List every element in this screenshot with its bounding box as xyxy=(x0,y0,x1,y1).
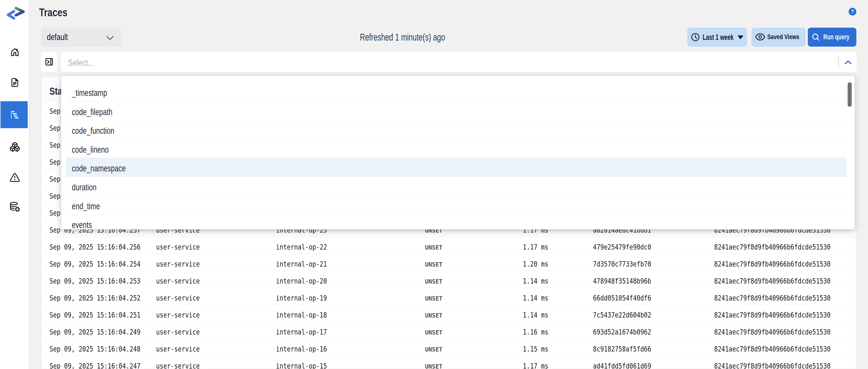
cell-duration: 1.16 ms xyxy=(523,329,548,336)
dropdown-option[interactable]: code_lineno xyxy=(66,139,847,158)
cell-operation: internal-op-16 xyxy=(276,345,327,353)
cell-trace-id: 8241aec79f8d9fb40966b6fdcde51530 xyxy=(714,329,831,336)
stream-select-value: default xyxy=(47,33,68,41)
cell-status: UNSET xyxy=(425,312,442,318)
cell-status: UNSET xyxy=(425,363,442,369)
cell-service: user-service xyxy=(156,345,200,353)
dropdown-option-label: code_filepath xyxy=(72,107,113,116)
cell-service: user-service xyxy=(156,329,200,336)
sidebar-item-logs[interactable] xyxy=(0,75,29,90)
sidebar-item-services[interactable] xyxy=(0,139,29,155)
table-row[interactable]: Sep 09, 2025 15:16:04.252 user-service i… xyxy=(41,288,856,305)
cell-timestamp: Sep 09, 2025 15:16:04.248 xyxy=(50,345,141,353)
cell-span-id: 478948f35148b96b xyxy=(593,277,651,285)
field-dropdown: _timestamp code_filepath code_function c… xyxy=(61,76,855,229)
cell-operation: internal-op-18 xyxy=(276,311,327,319)
table-row[interactable]: Sep 09, 2025 15:16:04.254 user-service i… xyxy=(41,254,856,271)
help-button[interactable]: ? xyxy=(848,8,856,16)
home-icon xyxy=(9,47,20,58)
cell-operation: internal-op-22 xyxy=(276,244,327,251)
cell-operation: internal-op-19 xyxy=(276,295,327,302)
cell-timestamp: Sep 09, 2025 15:16:04.253 xyxy=(50,277,141,285)
cell-trace-id: 8241aec79f8d9fb40966b6fdcde51530 xyxy=(714,295,831,302)
cell-span-id: 7c5437e22d604b02 xyxy=(593,311,651,319)
dropdown-option[interactable]: end_time xyxy=(66,196,847,215)
saved-views-button[interactable]: Saved Views xyxy=(751,28,806,47)
chevron-up-icon[interactable] xyxy=(844,59,852,66)
table-row[interactable]: Sep 09, 2025 15:16:04.249 user-service i… xyxy=(41,322,856,339)
query-select-placeholder: Select... xyxy=(68,59,94,67)
boxes-icon xyxy=(9,142,20,152)
table-row[interactable]: Sep 09, 2025 15:16:04.251 user-service i… xyxy=(41,305,856,322)
cell-timestamp: Sep 09, 2025 15:16:04.252 xyxy=(50,295,141,302)
field-dropdown-list: _timestamp code_filepath code_function c… xyxy=(61,83,855,229)
dropdown-option[interactable]: _timestamp xyxy=(66,83,847,101)
caret-down-icon xyxy=(737,35,744,41)
cell-operation: internal-op-21 xyxy=(276,260,327,268)
cell-span-id: 7d3570c7733efb70 xyxy=(593,260,651,268)
cell-status: UNSET xyxy=(425,296,442,302)
cell-span-id: ad41fdd5fd061d69 xyxy=(593,363,651,369)
run-query-label: Run query xyxy=(823,33,849,40)
cell-status: UNSET xyxy=(425,278,442,284)
run-query-button[interactable]: Run query xyxy=(808,28,856,47)
table-row[interactable]: Sep 09, 2025 15:16:04.253 user-service i… xyxy=(41,271,856,288)
cell-span-id: 8c9182758af5fd66 xyxy=(593,345,651,353)
dropdown-option[interactable]: duration xyxy=(66,177,847,196)
cell-service: user-service xyxy=(156,277,200,285)
cell-duration: 1.17 ms xyxy=(523,244,548,251)
sidebar-item-alerts[interactable] xyxy=(0,170,29,185)
cell-span-id: 479e25479fe90dc0 xyxy=(593,244,651,251)
dropdown-option[interactable]: code_namespace xyxy=(66,158,847,177)
page-title: Traces xyxy=(39,7,67,18)
dropdown-option[interactable]: code_filepath xyxy=(66,101,847,120)
cell-status: UNSET xyxy=(425,244,442,250)
cell-duration: 1.14 ms xyxy=(523,311,548,319)
dropdown-option-label: events xyxy=(72,220,92,229)
cell-duration: 1.14 ms xyxy=(523,295,548,302)
dropdown-option-label: code_lineno xyxy=(72,145,109,154)
time-range-label: Last 1 week xyxy=(703,33,734,41)
dropdown-option-label: code_namespace xyxy=(72,164,126,173)
traces-page: Traces ? default Refreshed 1 minute(s) a… xyxy=(0,0,868,369)
dropdown-option[interactable]: code_function xyxy=(66,120,847,139)
cell-timestamp: Sep 09, 2025 15:16:04.249 xyxy=(50,329,141,336)
app-logo[interactable] xyxy=(5,5,26,21)
cell-service: user-service xyxy=(156,295,200,302)
dropdown-scrollbar-thumb[interactable] xyxy=(847,82,852,107)
dropdown-option[interactable]: events xyxy=(66,214,847,229)
cell-trace-id: 8241aec79f8d9fb40966b6fdcde51530 xyxy=(714,311,831,319)
cell-status: UNSET xyxy=(425,262,442,268)
cell-operation: internal-op-20 xyxy=(276,277,327,285)
dropdown-option-label: end_time xyxy=(72,202,100,211)
sidebar-item-traces[interactable] xyxy=(0,101,29,128)
cell-timestamp: Sep 09, 2025 15:16:04.254 xyxy=(50,260,141,268)
panel-right-open-icon xyxy=(45,58,53,66)
stream-select[interactable]: default xyxy=(41,28,121,47)
table-row[interactable]: Sep 09, 2025 15:16:04.256 user-service i… xyxy=(41,237,856,254)
cell-trace-id: 8241aec79f8d9fb40966b6fdcde51530 xyxy=(714,260,831,268)
cell-service: user-service xyxy=(156,311,200,319)
clock-icon xyxy=(691,33,700,43)
collapse-panel-button[interactable] xyxy=(41,52,57,72)
sidebar-item-data-sources[interactable] xyxy=(0,199,29,215)
query-select-bar[interactable]: Select... xyxy=(61,52,857,72)
cell-trace-id: 8241aec79f8d9fb40966b6fdcde51530 xyxy=(714,277,831,285)
cell-timestamp: Sep 09, 2025 15:16:04.256 xyxy=(50,244,141,251)
cell-service: user-service xyxy=(156,363,200,369)
table-row[interactable]: Sep 09, 2025 15:16:04.247 user-service i… xyxy=(41,356,856,369)
table-row[interactable]: Sep 09, 2025 15:16:04.248 user-service i… xyxy=(41,339,856,356)
cell-trace-id: 8241aec79f8d9fb40966b6fdcde51530 xyxy=(714,244,831,251)
chevron-down-icon xyxy=(105,35,115,42)
database-plus-icon xyxy=(9,201,21,213)
cell-operation: internal-op-17 xyxy=(276,329,327,336)
traces-waterfall-icon xyxy=(11,111,19,119)
cell-service: user-service xyxy=(156,260,200,268)
cell-timestamp: Sep 09, 2025 15:16:04.247 xyxy=(50,363,141,369)
question-mark-icon: ? xyxy=(851,8,854,15)
cell-trace-id: 8241aec79f8d9fb40966b6fdcde51530 xyxy=(714,363,831,369)
sidebar-item-home[interactable] xyxy=(0,44,29,60)
sidebar xyxy=(0,0,29,369)
cell-duration: 1.14 ms xyxy=(523,277,548,285)
time-range-button[interactable]: Last 1 week xyxy=(687,28,747,47)
